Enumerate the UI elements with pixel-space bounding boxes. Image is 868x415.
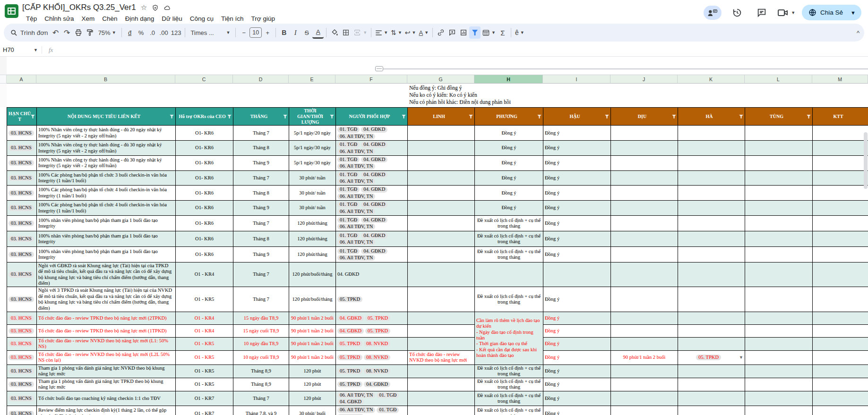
cell-ktt[interactable] (813, 337, 868, 350)
cell-tung[interactable] (745, 312, 813, 324)
cell-diu[interactable] (611, 364, 678, 378)
insert-comment-button[interactable] (447, 26, 458, 39)
cell-diu[interactable] (611, 170, 678, 186)
cell-hau[interactable]: Đồng ý (543, 350, 611, 364)
version-history-icon[interactable] (728, 6, 746, 20)
cell-duration[interactable]: 5p/1 ngày/30 ngày (289, 141, 336, 156)
cell-tung[interactable] (745, 170, 813, 186)
menu-chèn[interactable]: Chèn (98, 15, 121, 23)
cell-tung[interactable] (745, 246, 813, 262)
cell-month[interactable]: Tháng 8,9 (233, 378, 289, 391)
cell-partners[interactable]: 04. GĐKD (336, 262, 408, 287)
cell-diu[interactable] (611, 312, 678, 324)
table-header-8[interactable]: PHƯƠNG (475, 108, 543, 126)
cell-diu[interactable] (611, 126, 678, 141)
cell-okr-link[interactable]: O1- KR6 (176, 170, 233, 186)
bold-button[interactable]: B (278, 26, 290, 39)
cell-objective[interactable]: Ngồi với 3 TPKD rà soát Khung năng lực (… (37, 287, 176, 312)
more-formats-button[interactable]: 123 (170, 26, 183, 39)
cell-tung[interactable] (745, 337, 813, 350)
cell-linh[interactable] (408, 364, 475, 378)
cell-linh[interactable]: Tổ chức đào đảo - review NVKD theo bộ nă… (408, 350, 475, 364)
split-scroll-handle[interactable] (375, 66, 383, 71)
cell-partners[interactable]: 06. All TĐV, TN01. TGĐ04. GĐKD (336, 406, 408, 415)
cell-diu[interactable] (611, 337, 678, 350)
cell-okr-link[interactable]: O1 - KR4 (176, 262, 233, 287)
search-menus-button[interactable]: Trình đơn (9, 26, 50, 39)
filter-icon[interactable] (605, 115, 609, 119)
cell-diu[interactable] (611, 186, 678, 201)
column-header-J[interactable]: J (610, 75, 678, 84)
text-rotation-button[interactable]: A▼ (417, 26, 430, 39)
cell-partners[interactable]: 04. GĐKD05. TPKD (336, 324, 408, 337)
cell-month[interactable]: Tháng 8 (233, 186, 289, 201)
cell-hau[interactable]: Đồng ý (543, 312, 611, 324)
cell-tung[interactable] (745, 126, 813, 141)
comments-icon[interactable] (753, 6, 771, 20)
cell-ha[interactable] (678, 287, 745, 312)
column-header-M[interactable]: M (812, 75, 868, 84)
cell-diu[interactable] (611, 215, 678, 231)
cell-month[interactable]: Tháng 7 (233, 391, 289, 406)
cell-month[interactable]: Tháng 9 (233, 201, 289, 216)
cell-duration[interactable]: 90 phút/1 tuần 2 buổi (289, 312, 336, 324)
cell-phuong[interactable] (475, 262, 543, 287)
cell-diu[interactable] (611, 262, 678, 287)
cell-diu[interactable] (611, 155, 678, 170)
cell-okr-link[interactable]: O1- KR6 (176, 246, 233, 262)
filter-icon[interactable] (739, 115, 743, 119)
cell-objective[interactable]: Tham gia 1 phỏng vấn đánh giá năng lực N… (37, 364, 176, 378)
cell-phuong[interactable]: Đề xuất có lịch cố định + cụ thể trong t… (475, 406, 543, 415)
redo-button[interactable]: ↷ (61, 26, 73, 39)
cell-owner[interactable]: 03. HCNS (7, 312, 37, 324)
cell-hau[interactable]: Đồng ý (543, 246, 611, 262)
cell-hau[interactable]: Đồng ý (543, 337, 611, 350)
column-header-A[interactable]: A (7, 75, 36, 84)
sheets-logo-icon[interactable] (5, 4, 18, 18)
cell-owner[interactable]: 03. HCNS (7, 391, 37, 406)
table-header-4[interactable]: THÁNG (233, 108, 289, 126)
table-header-7[interactable]: LINH (408, 108, 475, 126)
cell-linh[interactable] (408, 287, 475, 312)
cell-duration[interactable]: 90 phút/1 tuần 2 buổi (289, 350, 336, 364)
cell-linh[interactable] (408, 186, 475, 201)
cell-duration[interactable]: 120 phút/buổi/tháng (289, 287, 336, 312)
cell-partners[interactable]: 01. TGĐ04. GĐKD06. All TĐV, TN (336, 215, 408, 231)
cell-owner[interactable]: 03. HCNS (7, 287, 37, 312)
filter-icon[interactable] (227, 115, 232, 119)
cell-linh[interactable] (408, 337, 475, 350)
format-currency-button[interactable]: đ (124, 26, 136, 39)
cell-okr-link[interactable]: O1 - KR7 (176, 391, 233, 406)
table-header-11[interactable]: HÀ (678, 108, 745, 126)
vscrollbar-handle[interactable] (864, 132, 868, 189)
cell-month[interactable]: Tháng 7 (233, 215, 289, 231)
table-header-3[interactable]: Hỗ trợ OKRs của CEO (176, 108, 233, 126)
cell-linh[interactable] (408, 378, 475, 391)
print-button[interactable] (73, 26, 84, 39)
cell-tung[interactable] (745, 215, 813, 231)
table-header-10[interactable]: DỊU (611, 108, 678, 126)
cell-objective[interactable]: Tổ chức đào đào - review TPKD theo bộ nă… (37, 312, 176, 324)
cell-phuong[interactable]: Đề xuất có lịch cố định + cụ thể trong t… (475, 231, 543, 246)
cell-duration[interactable]: 90 phút/1 tuần 2 buổi (289, 324, 336, 337)
cell-linh[interactable] (408, 391, 475, 406)
menu-xem[interactable]: Xem (78, 15, 99, 23)
cell-partners[interactable]: 05. TPKD04. GĐKD (336, 378, 408, 391)
presence-activity-icon[interactable] (704, 6, 722, 20)
cell-ha[interactable] (678, 141, 745, 156)
cell-month[interactable]: Tháng 9 (233, 155, 289, 170)
column-header-D[interactable]: D (233, 75, 289, 84)
cell-month[interactable]: Tháng 7 (233, 170, 289, 186)
table-header-12[interactable]: TÙNG (745, 108, 813, 126)
decrease-decimal-button[interactable]: .0 (147, 26, 158, 39)
cell-okr-link[interactable]: O1- KR6 (176, 186, 233, 201)
cell-tung[interactable] (745, 378, 813, 391)
column-header-C[interactable]: C (175, 75, 233, 84)
cell-okr-link[interactable]: O1 - KR5 (176, 337, 233, 350)
cell-hau[interactable]: Đồng ý (543, 231, 611, 246)
cell-linh[interactable] (408, 312, 475, 324)
cell-diu[interactable] (611, 287, 678, 312)
cell-owner[interactable]: 03. HCNS (7, 364, 37, 378)
cell-owner[interactable]: 03. HCNS (7, 141, 37, 156)
cell-ktt[interactable] (813, 350, 868, 364)
